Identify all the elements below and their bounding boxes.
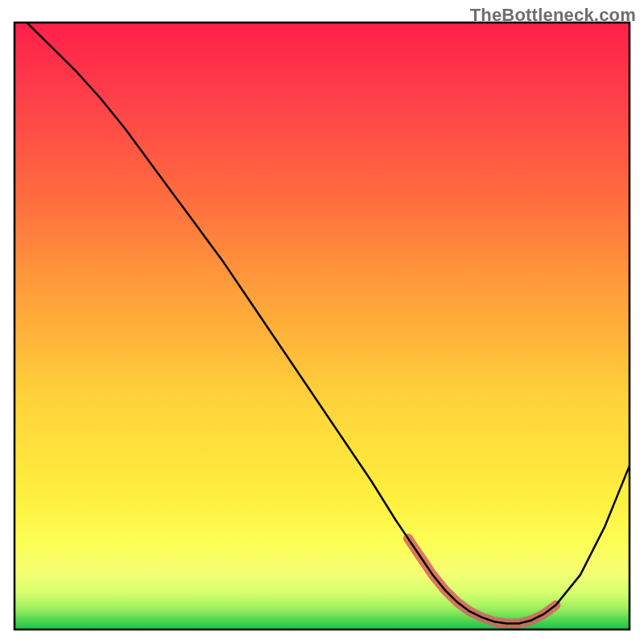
bottleneck-chart — [0, 0, 644, 644]
gradient-background — [14, 23, 630, 630]
chart-container: TheBottleneck.com — [0, 0, 644, 644]
watermark-text: TheBottleneck.com — [470, 5, 636, 26]
